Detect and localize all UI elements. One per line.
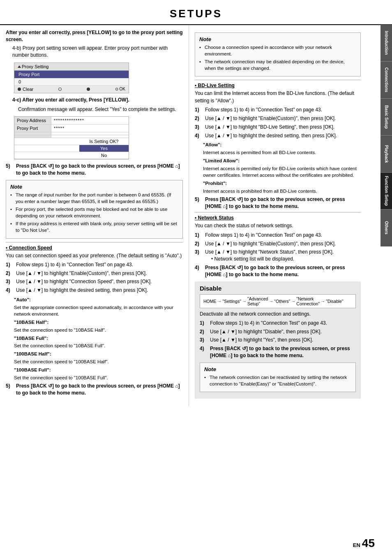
screen-footer: Clear ⊙ OK xyxy=(14,85,129,93)
bd-live-steps: 1) Follow steps 1) to 4) in "Connection … xyxy=(195,106,361,139)
ns-step-3-num: 3) xyxy=(195,249,203,263)
page-en-label: EN xyxy=(353,542,360,548)
cs-setting-1: "10BASE Half": Set the connection speed … xyxy=(14,319,183,333)
dis-step-1: 1) Follow steps 1) to 4) in "Connection … xyxy=(200,320,356,327)
ns-step-2-num: 2) xyxy=(195,240,203,247)
right-note-text-0: Choose a connection speed in accordance … xyxy=(205,44,356,57)
connection-speed-title: Connection Speed xyxy=(9,245,52,251)
bd-setting-0-desc: Internet access is permitted from all BD… xyxy=(203,149,361,156)
dis-step-3-num: 3) xyxy=(200,337,208,344)
tab-function-setup[interactable]: Function Setup xyxy=(380,173,392,210)
note-item-2: • If the proxy address is entered with b… xyxy=(10,220,178,233)
addr-label-1: Proxy Port xyxy=(14,125,51,132)
page-number: 45 xyxy=(362,537,375,550)
dis-step-4-num: 4) xyxy=(200,345,208,359)
cs-setting-4-desc: Set the connection speed to "100BASE Ful… xyxy=(14,374,183,381)
bd-setting-0: "Allow": Internet access is permitted fr… xyxy=(203,141,361,156)
disable-steps: 1) Follow steps 1) to 4) in "Connection … xyxy=(200,320,356,359)
proxy-port-screen: Proxy Setting Proxy Port 0 Clear ⊙ OK xyxy=(14,62,129,93)
bd-step-3: 3) Use [▲ / ▼] to highlight "BD-Live Set… xyxy=(195,124,361,131)
dis-step-1-num: 1) xyxy=(200,320,208,327)
bd-step-2-text: Use [▲ / ▼] to highlight "Enable(Custom)… xyxy=(205,115,361,122)
clear-btn: Clear xyxy=(18,87,33,92)
cs-step-5: 5) Press [BACK ↺] to go back to the prev… xyxy=(6,383,183,397)
cs-setting-0: "Auto": Set the appropriate connection s… xyxy=(14,296,183,317)
dis-step-3: 3) Use [▲ / ▼] to highlight "Yes", then … xyxy=(200,337,356,344)
cs-step5-group: 5) Press [BACK ↺] to go back to the prev… xyxy=(6,383,183,397)
bd-setting-0-label: "Allow": xyxy=(203,141,361,148)
nav-advanced: "AdvancedSetup" xyxy=(247,296,268,306)
disable-intro: Deactivate all the network connection an… xyxy=(200,311,356,318)
disable-heading: Disable xyxy=(200,285,356,292)
divider-1 xyxy=(6,242,183,242)
note-bullet-1: • xyxy=(10,206,14,219)
cs-setting-2-desc: Set the connection speed to "10BASE Full… xyxy=(14,342,183,349)
popup-question-row: Is Setting OK? xyxy=(14,138,129,145)
tab-connections[interactable]: Connections xyxy=(380,62,392,99)
tab-playback[interactable]: Playback xyxy=(380,136,392,173)
cs-setting-4: "100BASE Full": Set the connection speed… xyxy=(14,367,183,381)
bd-step-2-num: 2) xyxy=(195,115,203,122)
dis-step-2-num: 2) xyxy=(200,328,208,335)
middle-dot xyxy=(58,88,62,91)
nav-path: HOME → "Settings" → "AdvancedSetup" → "O… xyxy=(200,294,356,308)
ns-step-3: 3) Use [▲ / ▼] to highlight "Network Sta… xyxy=(195,249,361,263)
bd-step-4-text: Use [▲ / ▼] to highlight the desired set… xyxy=(205,132,361,139)
ns-step-4-text: Press [BACK ↺] to go back to the previou… xyxy=(205,264,361,278)
left-note-box: Note • The range of input number for the… xyxy=(6,180,183,239)
addr-value-2 xyxy=(51,132,129,135)
dis-step-2: 2) Use [▲ / ▼] to highlight "Disable", t… xyxy=(200,328,356,335)
tab-introduction[interactable]: Introduction xyxy=(380,25,392,62)
intro-bold: After you enter all correctly, press [YE… xyxy=(6,29,183,44)
connection-speed-steps: 1) Follow steps 1) to 4) in "Connection … xyxy=(6,261,183,294)
nav-disable: "Disable" xyxy=(326,299,343,304)
circle-dot-icon xyxy=(18,88,21,91)
network-status-intro: You can check the status of network sett… xyxy=(195,222,361,229)
bd-setting-1-label: "Limited Allow": xyxy=(203,157,361,164)
nav-arrow-4: → xyxy=(321,299,325,304)
cs-setting-1-desc: Set the connection speed to "10BASE Half… xyxy=(14,327,183,333)
cs-setting-1-label: "10BASE Half": xyxy=(14,319,183,326)
clear-label: Clear xyxy=(23,87,33,92)
screen-header: Proxy Setting xyxy=(14,63,129,71)
cs-step-1-text: Follow steps 1) to 4) in "Connection Tes… xyxy=(16,261,183,268)
cs-setting-0-desc: Set the appropriate connection speed aut… xyxy=(14,304,183,317)
second-dot xyxy=(87,88,90,91)
addr-value-0: ************** xyxy=(51,117,129,124)
dis-step-4: 4) Press [BACK ↺] to go back to the prev… xyxy=(200,345,356,359)
nav-arrow-0: → xyxy=(217,299,222,304)
cs-step-5-num: 5) xyxy=(6,383,14,397)
bd-step5-group: 5) Press [BACK ↺] to go back to the prev… xyxy=(195,196,361,210)
cs-step-4-num: 4) xyxy=(6,287,14,294)
cs-setting-3: "100BASE Half": Set the connection speed… xyxy=(14,351,183,365)
network-status-heading: • Network Status xyxy=(195,215,361,221)
address-screen: Proxy Address ************** Proxy Port … xyxy=(14,116,129,159)
disable-note-box: Note • The network connection can be rea… xyxy=(200,362,356,392)
sub-4c: 4-c) After you enter all correctly, Pres… xyxy=(12,97,183,104)
cs-step-3: 3) Use [▲ / ▼] to highlight "Connection … xyxy=(6,278,183,285)
dis-step-4-text: Press [BACK ↺] to go back to the previou… xyxy=(210,345,356,359)
proxy-port-label: Proxy Port xyxy=(14,71,129,78)
tab-others[interactable]: Others xyxy=(380,210,392,247)
bd-setting-1: "Limited Allow": Internet access is perm… xyxy=(203,157,361,178)
note-text-2: If the proxy address is entered with bla… xyxy=(16,220,178,233)
step-5-num: 5) xyxy=(6,163,14,177)
bd-live-title: BD-Live Setting xyxy=(198,83,235,88)
ns-step-3-text: Use [▲ / ▼] to highlight "Network Status… xyxy=(205,249,361,263)
disable-note-item-0: • The network connection can be reactiva… xyxy=(204,374,351,387)
bd-step-5-text: Press [BACK ↺] to go back to the previou… xyxy=(205,196,361,210)
ns-step-4-num: 4) xyxy=(195,264,203,278)
tab-basic-setup[interactable]: Basic Setup xyxy=(380,99,392,136)
sub-4c-bullet: Confirmation message will appear. Select… xyxy=(18,106,183,113)
ok-circle-icon: ⊙ xyxy=(115,87,118,91)
bd-setting-2: "Prohibit": Internet access is prohibite… xyxy=(203,180,361,194)
bd-step-1-num: 1) xyxy=(195,106,203,113)
disable-note-bullet-0: • xyxy=(204,374,208,387)
tri-icon xyxy=(18,65,21,68)
bd-setting-1-desc: Internet access is permitted only for BD… xyxy=(203,165,361,178)
nav-network-connection: "NetworkConnection" xyxy=(296,296,320,306)
left-column: After you enter all correctly, press [YE… xyxy=(0,25,189,406)
cs-step-1-num: 1) xyxy=(6,261,14,268)
cs-setting-2-label: "10BASE Full": xyxy=(14,335,183,342)
circle-outline-icon xyxy=(58,88,62,91)
